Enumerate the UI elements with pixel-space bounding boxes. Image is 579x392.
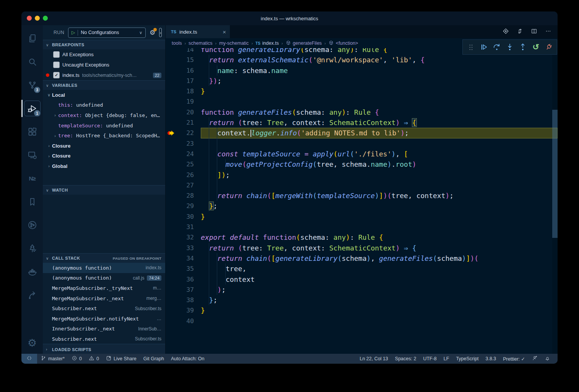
status-language-mode[interactable]: TypeScript [452, 354, 482, 364]
gutter[interactable]: 32 [166, 232, 201, 242]
variable-row[interactable]: ›Global [43, 161, 165, 171]
activity-item-explorer[interactable] [21, 27, 43, 50]
activity-item-source-control[interactable]: 3 [21, 73, 43, 97]
step-out-button[interactable] [516, 40, 529, 54]
code-line-36[interactable]: 36context [166, 274, 558, 285]
status-git-graph[interactable]: Git Graph [140, 354, 168, 364]
gutter[interactable]: 40 [166, 316, 201, 326]
gutter[interactable]: 29 [166, 201, 201, 211]
breadcrumb-item-tools[interactable]: tools [172, 41, 182, 46]
gutter[interactable]: 15 [166, 55, 201, 65]
line-content[interactable]: context.logger.info('adding NOTES.md to … [201, 128, 558, 138]
breadcrumb-item-schematics[interactable]: schematics [189, 41, 213, 46]
code-line-37[interactable]: 37); [166, 285, 558, 295]
restart-button[interactable]: ↺ [529, 40, 542, 54]
activity-item-live-share[interactable] [21, 283, 43, 307]
gutter[interactable]: 34 [166, 253, 201, 264]
activity-item-docker[interactable] [21, 260, 43, 283]
gutter[interactable]: 25 [166, 159, 201, 169]
gutter[interactable]: 18 [166, 86, 201, 96]
breadcrumb-item--function-[interactable]: <function> [329, 40, 358, 47]
disconnect-button[interactable] [542, 40, 555, 54]
line-content[interactable]: } [201, 305, 558, 316]
line-content[interactable]: } [201, 211, 558, 222]
status-cursor-position[interactable]: Ln 22, Col 13 [356, 354, 391, 364]
line-content[interactable]: return chain([generateLibrary(schema), g… [201, 253, 558, 264]
code-line-27[interactable]: 27 [166, 180, 558, 190]
stack-frame-row[interactable]: MergeMapSubscriber._nextmerg… [43, 293, 165, 304]
line-content[interactable]: move(getProjectConfig(tree, schema.name)… [201, 159, 558, 169]
line-content[interactable]: tree, [201, 264, 558, 274]
status-prettier[interactable]: Prettier: ✓ [499, 354, 529, 364]
open-changes-icon[interactable] [503, 28, 509, 36]
tab-index-ts[interactable]: TS index.ts × [166, 25, 230, 38]
status-remote-indicator[interactable] [21, 354, 37, 364]
watch-header[interactable]: ∨ WATCH [43, 185, 165, 195]
breakpoint-checkbox[interactable] [53, 62, 60, 68]
gutter[interactable]: 24 [166, 149, 201, 159]
close-tab-icon[interactable]: × [223, 29, 226, 35]
stack-frame-row[interactable]: Subscriber.nextSubscriber.ts [43, 303, 165, 314]
code-line-25[interactable]: 25move(getProjectConfig(tree, schema.nam… [166, 159, 558, 169]
stack-frame-row[interactable]: (anonymous function)call.js74:24 [43, 273, 165, 283]
code-line-21[interactable]: 21return (tree: Tree, context: Schematic… [166, 117, 558, 128]
line-content[interactable]: } [201, 86, 558, 96]
line-content[interactable]: function generateFiles(schema: any): Rul… [201, 107, 558, 117]
compare-changes-icon[interactable] [517, 28, 523, 36]
line-content[interactable]: return (tree: Tree, context: SchematicCo… [201, 117, 558, 128]
configure-gear-icon[interactable]: ⚙ [150, 29, 155, 37]
stack-frame-row[interactable]: (anonymous function)index.ts [43, 263, 165, 273]
breakpoint-row[interactable]: Uncaught Exceptions [43, 60, 165, 70]
activity-item-testing[interactable] [21, 237, 43, 260]
line-content[interactable] [201, 222, 558, 232]
breadcrumb-item-index-ts[interactable]: TSindex.ts [255, 41, 279, 46]
gutter[interactable]: 37 [166, 285, 201, 295]
line-content[interactable]: }); [201, 76, 558, 86]
breakpoint-checkbox[interactable] [53, 51, 60, 58]
code-line-23[interactable]: 23 [166, 138, 558, 149]
gutter[interactable]: 21 [166, 117, 201, 128]
scrollbar-slider[interactable] [552, 110, 558, 238]
grip-icon[interactable] [469, 44, 473, 50]
breakpoint-row[interactable]: All Exceptions [43, 49, 165, 60]
gutter[interactable]: 14 [166, 48, 201, 55]
code-line-30[interactable]: 30} [166, 211, 558, 222]
code-line-17[interactable]: 17}); [166, 76, 558, 86]
launch-config-dropdown[interactable]: ▷ No Configurations ∨ [68, 28, 146, 38]
line-content[interactable]: ); [201, 285, 558, 295]
activity-item-extensions[interactable] [21, 120, 43, 143]
code-line-20[interactable]: 20function generateFiles(schema: any): R… [166, 107, 558, 117]
code-line-16[interactable]: 16name: schema.name [166, 65, 558, 76]
gutter[interactable]: 28 [166, 190, 201, 201]
breadcrumb-item-my-schematic[interactable]: my-schematic [219, 41, 249, 46]
status-eol[interactable]: LF [440, 354, 453, 364]
status-warnings[interactable]: 0 [85, 354, 102, 364]
activity-item-run-and-debug[interactable]: 1 [21, 97, 43, 120]
step-into-button[interactable] [503, 40, 516, 54]
line-content[interactable]: export default function(schema: any): Ru… [201, 232, 558, 242]
gutter[interactable]: 33 [166, 243, 201, 253]
line-content[interactable] [201, 96, 558, 107]
code-line-28[interactable]: 28return chain([mergeWith(templateSource… [166, 190, 558, 201]
gutter[interactable]: 39 [166, 305, 201, 316]
step-over-button[interactable] [490, 40, 503, 54]
code-line-38[interactable]: 38}; [166, 295, 558, 305]
line-content[interactable]: return chain([mergeWith(templateSource)]… [201, 190, 558, 201]
code-area[interactable]: 14function generateLibrary(schema: any):… [166, 48, 558, 354]
line-content[interactable] [201, 316, 558, 326]
variable-row[interactable]: templateSource: undefined [43, 120, 165, 131]
activity-item-nx-console[interactable]: N≥ [21, 167, 43, 190]
gutter[interactable]: 26 [166, 170, 201, 180]
close-window-button[interactable] [27, 16, 32, 21]
activity-item-bookmarks[interactable] [21, 190, 43, 213]
variables-header[interactable]: ∨ VARIABLES [43, 80, 165, 90]
status-live-share[interactable]: Live Share [102, 354, 140, 364]
loaded-scripts-header[interactable]: › LOADED SCRIPTS [43, 344, 165, 355]
call-stack-header[interactable]: ∨ CALL STACK PAUSED ON BREAKPOINT [43, 253, 165, 263]
status-feedback[interactable] [529, 354, 541, 364]
status-notifications[interactable] [541, 354, 554, 364]
code-line-24[interactable]: 24const templateSource = apply(url('./fi… [166, 149, 558, 159]
variable-row[interactable]: ›Closure [43, 151, 165, 161]
line-content[interactable]: context [201, 274, 558, 285]
status-git-branch[interactable]: master* [37, 354, 68, 364]
